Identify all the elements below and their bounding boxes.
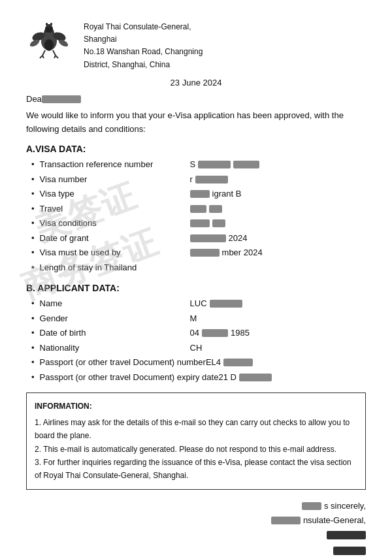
svg-rect-9 <box>46 23 48 25</box>
closing-sincerely: s sincerely, <box>324 501 366 511</box>
closing-block: s sincerely, nsulate-General, <box>26 499 366 558</box>
list-item: Visa conditions <box>31 217 366 230</box>
info-point-2: 2. This e-mail is automatically generate… <box>35 443 357 456</box>
section-b-title: B. APPLICANT DATA: <box>26 283 366 293</box>
list-item: Nationality CH <box>31 342 366 355</box>
list-item: Transaction reference number S <box>31 158 366 171</box>
section-a-title: A.VISA DATA: <box>26 144 366 154</box>
list-item: Visa type igrant B <box>31 187 366 200</box>
list-item: Date of grant 2024 <box>31 232 366 245</box>
applicant-data-list: Name LUC Gender M Date of birth 04 1985 … <box>31 297 366 383</box>
list-item: Passport (or other travel Document) numb… <box>31 356 366 369</box>
list-item: Gender M <box>31 312 366 325</box>
intro-text: We would like to inform you that your e-… <box>26 109 366 136</box>
info-point-3: 3. For further inquiries regarding the i… <box>35 456 357 483</box>
list-item: Date of birth 04 1985 <box>31 327 366 340</box>
information-box: INFORMATION: 1. Airlines may ask for the… <box>26 392 366 489</box>
svg-rect-10 <box>50 23 52 25</box>
svg-line-11 <box>42 50 45 56</box>
info-point-1: 1. Airlines may ask for the details of t… <box>35 416 357 443</box>
info-title: INFORMATION: <box>35 400 357 413</box>
list-item: Length of stay in Thailand <box>31 261 366 274</box>
dear-line: Dea <box>26 94 366 104</box>
svg-line-12 <box>53 50 56 56</box>
svg-line-16 <box>54 56 56 58</box>
thai-emblem <box>26 18 72 64</box>
address-line2: Shanghai <box>84 33 203 46</box>
address-line1: Royal Thai Consulate-General, <box>84 21 203 33</box>
list-item: Travel <box>31 202 366 216</box>
document-header: Royal Thai Consulate-General, Shanghai N… <box>26 18 366 71</box>
document-date: 23 June 2024 <box>26 78 366 88</box>
closing-consulate: nsulate-General, <box>303 515 366 525</box>
svg-line-14 <box>42 56 44 58</box>
document-page: 美签证 商务签证 <box>0 0 392 559</box>
list-item: Name LUC <box>31 297 366 310</box>
svg-point-6 <box>44 39 54 51</box>
list-item: Visa must be used by mber 2024 <box>31 246 366 259</box>
list-item: Passport (or other travel Document) expi… <box>31 371 366 384</box>
list-item: Visa number r <box>31 173 366 186</box>
address-line3: No.18 Wanshan Road, Changning <box>84 46 203 58</box>
address-line4: District, Shanghai, China <box>84 59 203 71</box>
visa-data-list: Transaction reference number S Visa numb… <box>31 158 366 274</box>
address-block: Royal Thai Consulate-General, Shanghai N… <box>84 21 203 71</box>
